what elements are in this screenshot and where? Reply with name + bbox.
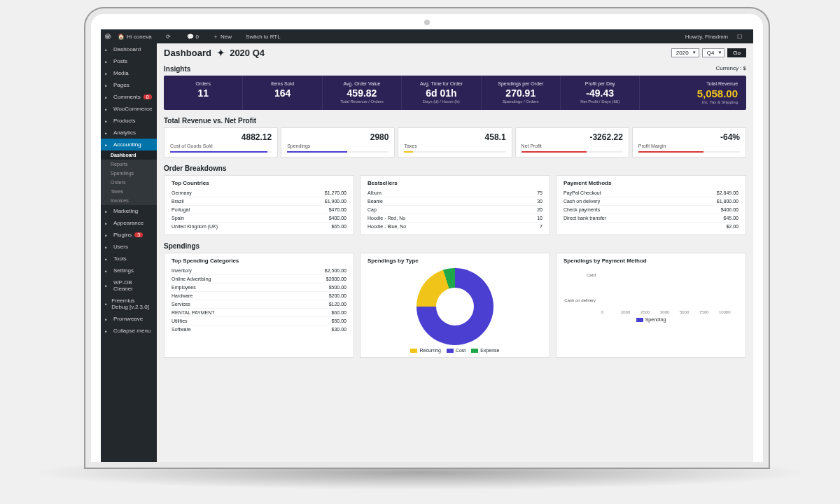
metric-title: Taxes (404, 144, 505, 148)
gear-icon: ▪ (105, 268, 111, 274)
sidebar-item-posts[interactable]: ▪Posts (101, 55, 157, 67)
sidebar-item-dashboard[interactable]: ▪Dashboard (101, 43, 157, 55)
metric-card: 4882.12Cost of Goods Sold (164, 127, 278, 158)
page-title: Dashboard ✦ 2020 Q4 (164, 48, 265, 58)
sidebar-item-accounting[interactable]: ▪Accounting (101, 139, 157, 150)
row-value: 30 (537, 199, 542, 204)
metric-bar (404, 151, 505, 153)
axis-tick: 3000 (660, 310, 680, 314)
sidebar-item-label: Users (113, 244, 128, 250)
list-item: RENTAL PAYMENT$60.00 (172, 309, 346, 317)
sidebar-subitem-dashboard[interactable]: Dashboard (101, 150, 157, 160)
row-key: Brazil (172, 199, 184, 204)
sidebar-item-label: Dashboard (113, 46, 141, 52)
year-select[interactable]: 2020 (671, 48, 699, 57)
quarter-select[interactable]: Q4 (702, 48, 725, 57)
panel-title: Top Spending Categories (172, 258, 346, 264)
sidebar-subitem-invoices[interactable]: Invoices (101, 196, 157, 205)
sidebar-item-woocommerce[interactable]: ▪WooCommerce (101, 103, 157, 115)
sidebar-item-analytics[interactable]: ▪Analytics (101, 127, 157, 139)
row-key: Spain (172, 216, 184, 220)
adminbar-comments[interactable]: 💬 0 (187, 34, 206, 40)
adminbar-refresh[interactable]: ⟳ (166, 34, 180, 40)
row-value: 20 (537, 207, 542, 212)
adminbar-switch-rtl[interactable]: Switch to RTL (246, 34, 281, 40)
insight-tile: Avg. Order Value459.82Total Revenue / Or… (323, 76, 402, 110)
tile-label: Total Revenue (643, 81, 738, 86)
collapse-icon: ▪ (105, 328, 111, 334)
order-breakdowns-heading: Order Breakdowns (164, 164, 746, 172)
sidebar-item-label: Promweave (113, 316, 143, 322)
sidebar-item-plugins[interactable]: ▪Plugins 3 (101, 229, 157, 241)
sidebar-item-products[interactable]: ▪Products (101, 115, 157, 127)
hbar-legend: Spending (564, 317, 738, 322)
sidebar-item-pages[interactable]: ▪Pages (101, 79, 157, 91)
list-item: Direct bank transfer$45.00 (564, 214, 738, 223)
insights-heading: Insights Currency : $ (164, 65, 746, 73)
comment-icon: ▪ (105, 94, 111, 100)
insight-tile: Avg. Time for Order6d 01hDays (d) / Hour… (402, 76, 481, 110)
metric-value: -64% (638, 132, 740, 142)
sidebar-item-freemius-debug-v-2-3-0-[interactable]: ▪Freemius Debug [v.2.3.0] (101, 295, 157, 313)
metric-bar (638, 151, 740, 153)
adminbar-wp-icon[interactable]: ⓦ (105, 33, 111, 41)
axis-tick: 0 (601, 310, 621, 314)
metric-value: 4882.12 (170, 132, 272, 142)
row-key: Beanie (368, 199, 383, 204)
brush-icon: ▪ (105, 220, 111, 226)
row-value: $1,800.00 (717, 199, 738, 204)
row-value: $2000.00 (326, 276, 346, 281)
sidebar-subitem-reports[interactable]: Reports (101, 160, 157, 169)
sidebar-item-wp-db-cleaner[interactable]: ▪WP-DB Cleaner (101, 276, 157, 295)
sidebar-item-media[interactable]: ▪Media (101, 67, 157, 79)
panel-title: Top Countries (172, 180, 346, 186)
sidebar-item-label: Freemius Debug [v.2.3.0] (111, 298, 153, 310)
sidebar-item-tools[interactable]: ▪Tools (101, 253, 157, 265)
list-item: Album75 (368, 189, 542, 197)
sidebar-item-label: Plugins (113, 232, 132, 238)
sidebar-item-collapse-menu[interactable]: ▪Collapse menu (101, 325, 157, 337)
row-key: Employees (172, 285, 196, 290)
tile-label: Avg. Order Value (326, 81, 398, 86)
tile-value: 164 (246, 88, 318, 99)
adminbar-site[interactable]: 🏠 Hi coneva (118, 34, 159, 40)
metric-card: 458.1Taxes (398, 127, 512, 158)
row-value: 7 (540, 224, 542, 229)
sidebar-item-settings[interactable]: ▪Settings (101, 265, 157, 276)
axis-tick: 2500 (640, 310, 660, 314)
metric-title: Spendings (287, 144, 388, 148)
sidebar-item-promweave[interactable]: ▪Promweave (101, 313, 157, 325)
sidebar-item-label: Tools (113, 255, 127, 262)
row-value: $2,500.00 (325, 268, 346, 273)
panel-title: Spendings by Type (368, 258, 542, 264)
row-key: RENTAL PAYMENT (172, 310, 215, 315)
panel-title: Bestsellers (368, 180, 542, 186)
list-item: United Kingdom (UK)$65.00 (172, 223, 346, 230)
tile-label: Orders (167, 81, 239, 86)
woo-icon: ▪ (105, 106, 111, 112)
top-spending-categories-panel: Top Spending Categories Inventory$2,500.… (164, 253, 354, 358)
sidebar-subitem-taxes[interactable]: Taxes (101, 187, 157, 196)
sidebar-item-marketing[interactable]: ▪Marketing (101, 205, 157, 217)
go-button[interactable]: Go (727, 48, 746, 57)
adminbar-howdy[interactable]: Howdy, Finadmin ☐ (685, 34, 742, 40)
row-key: PayPal Checkout (564, 190, 601, 195)
row-key: Check payments (564, 207, 600, 212)
donut-legend: RecurringCostExpense (368, 348, 542, 353)
hbar-category: Card (564, 273, 598, 277)
tile-value: -49.43 (564, 88, 636, 99)
sidebar-item-users[interactable]: ▪Users (101, 241, 157, 253)
sidebar-subitem-orders[interactable]: Orders (101, 178, 157, 187)
metric-bar (522, 151, 623, 153)
row-value: $1,900.00 (325, 199, 346, 204)
sidebar-item-label: Products (113, 118, 136, 124)
legend-item: Spending (636, 317, 666, 322)
sidebar-subitem-spendings[interactable]: Spendings (101, 169, 157, 178)
sidebar-item-appearance[interactable]: ▪Appearance (101, 217, 157, 229)
adminbar-new[interactable]: ＋ New (213, 33, 239, 41)
sidebar-item-comments[interactable]: ▪Comments 0 (101, 91, 157, 103)
tile-value: 5,058.00 (643, 88, 738, 99)
media-icon: ▪ (105, 71, 111, 76)
chart-icon: ▪ (105, 130, 111, 136)
list-item: PayPal Checkout$2,849.00 (564, 189, 738, 197)
